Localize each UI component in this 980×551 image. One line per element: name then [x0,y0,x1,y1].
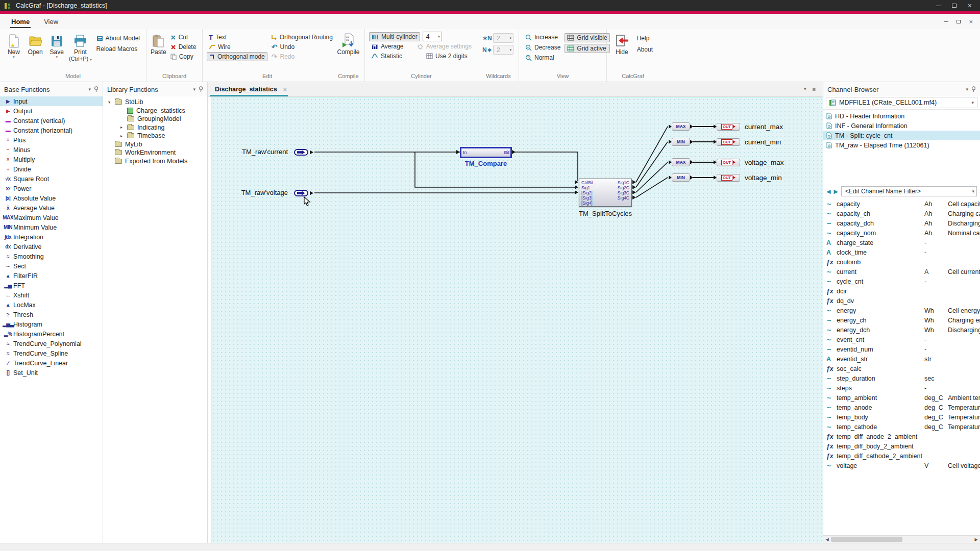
chevron-down-icon[interactable]: ▾ [88,87,91,92]
table-row[interactable]: ∼ temp_body deg_C Temperature [823,412,980,422]
compile-button[interactable]: 1001 Compile [336,32,360,73]
table-row[interactable]: ∼ voltage V Cell voltage [823,461,980,470]
tab-discharge-statistics[interactable]: Discharge_statistics × [211,86,291,93]
tree-item[interactable]: Exported from Models [103,157,207,166]
min-function-block[interactable]: MIN [672,138,690,146]
base-function-item[interactable]: ÷ Divide [0,164,103,174]
table-row[interactable]: ∼ event_cnt - [823,335,980,344]
average-settings-button[interactable]: Average settings [415,42,474,51]
scroll-left-icon[interactable]: ◀ [823,537,831,542]
table-row[interactable]: ∼ capacity_ch Ah Charging ca [823,209,980,218]
orthogonal-mode-toggle[interactable]: Orthogonal mode [207,52,267,61]
base-function-item[interactable]: ∫dx Integration [0,232,103,242]
wildcard-before-select[interactable]: 2 ▾ [493,33,513,43]
input-tag[interactable] [294,189,318,197]
base-function-item[interactable]: ▬ Constant (vertical) [0,116,103,126]
tree-item[interactable]: ▸ Indicating [103,123,207,132]
open-button[interactable]: Open [26,32,45,73]
base-function-item[interactable]: ▬ Constant (horizontal) [0,126,103,135]
tree-item[interactable]: Charge_statistics [103,107,207,115]
tab-menu-icon[interactable]: ≡ [813,86,816,92]
base-function-item[interactable]: ▂% HistogramPercent [0,329,103,339]
statistic-button[interactable]: Statistic [369,52,424,61]
section-row[interactable]: TM_raw - Elapsed Time (112061) [823,140,980,150]
base-function-item[interactable]: x̄ Average Value [0,203,103,213]
base-function-item[interactable]: ∕ TrendCurve_Linear [0,358,103,368]
table-row[interactable]: ƒx temp_diff_anode_2_ambient [823,432,980,441]
input-tag[interactable] [294,148,318,156]
base-function-item[interactable]: ↔ Xshift [0,290,103,300]
zoom-decrease-button[interactable]: Decrease [523,43,562,52]
table-row[interactable]: ƒx coulomb [823,257,980,267]
table-row[interactable]: ƒx dq_dv [823,296,980,306]
print-button[interactable]: Print (Ctrl+P) ▾ [68,32,92,73]
table-row[interactable]: ∼ energy_dch Wh Discharging [823,325,980,335]
table-row[interactable]: ƒx temp_diff_body_2_ambient [823,441,980,451]
base-function-item[interactable]: ≈ TrendCurve_Spline [0,348,103,358]
table-row[interactable]: A charge_state - [823,238,980,247]
save-button[interactable]: Save▾ [47,32,66,73]
base-function-item[interactable]: ▲ LocMax [0,300,103,310]
table-row[interactable]: ƒx dcir [823,286,980,296]
section-row[interactable]: INF - General Information [823,121,980,131]
new-button[interactable]: ★ New▾ [4,32,23,73]
tree-item[interactable]: ▾ StdLib [103,98,207,107]
table-row[interactable]: ∼ energy Wh Cell energy [823,306,980,315]
pin-icon[interactable] [94,86,99,92]
base-function-item[interactable]: MAX Maximum Value [0,213,103,222]
base-function-item[interactable]: − Minus [0,145,103,155]
base-function-item[interactable]: ▲ FilterFIR [0,271,103,281]
tree-item[interactable]: WorkEnvironment [103,148,207,157]
pin-icon[interactable] [199,86,203,92]
table-row[interactable]: ƒx soc_calc [823,364,980,373]
base-function-item[interactable]: ▶ Input [0,96,103,106]
average-button[interactable]: Average [369,42,415,51]
table-row[interactable]: ∼ energy_ch Wh Charging en [823,315,980,325]
table-row[interactable]: ∼ temp_ambient deg_C Ambient tem [823,393,980,403]
output-tag[interactable]: OUT [717,174,740,182]
max-function-block[interactable]: MAX [672,158,690,166]
base-function-item[interactable]: ∼ Sect [0,261,103,271]
chevron-down-icon[interactable]: ▾ [193,87,195,92]
help-button[interactable]: Help [635,34,655,43]
child-close-icon[interactable]: × [969,18,973,25]
scrollbar-thumb[interactable] [831,537,902,542]
zoom-normal-button[interactable]: Normal [523,53,562,62]
tree-item[interactable]: GroupingModel [103,115,207,123]
max-function-block[interactable]: MAX [672,122,690,131]
tab-home[interactable]: Home [4,16,37,28]
base-function-item[interactable]: MIN Minimum Value [0,222,103,232]
child-restore-icon[interactable] [957,20,961,23]
base-function-item[interactable]: |x| Absolute Value [0,193,103,203]
table-row[interactable]: ∼ steps - [823,383,980,393]
chevron-down-icon[interactable]: ▾ [966,87,968,92]
expander-icon[interactable]: ▸ [120,125,127,130]
text-tool-button[interactable]: T Text [207,33,267,42]
base-function-item[interactable]: ≈ Smoothing [0,252,103,261]
base-function-item[interactable]: + Plus [0,135,103,145]
grid-active-toggle[interactable]: Grid active [565,44,609,53]
output-tag[interactable]: OUT [717,159,740,166]
cylinder-count-select[interactable]: 4 ▾ [423,32,442,41]
tab-list-chevron-icon[interactable]: ▾ [804,86,806,92]
use-2-digits-button[interactable]: Use 2 digits [424,52,470,61]
table-row[interactable]: ∼ capacity Ah Cell capacity [823,199,980,209]
cut-button[interactable]: Cut [168,33,199,42]
table-row[interactable]: ∼ step_duration sec [823,373,980,383]
delete-button[interactable]: Delete [168,42,199,52]
base-function-item[interactable]: ▶ Output [0,106,103,116]
table-row[interactable]: ∼ capacity_dch Ah Discharging [823,218,980,228]
child-minimize-icon[interactable] [944,21,948,22]
section-row[interactable]: TM - Split: cycle_cnt [823,131,980,140]
maximize-icon[interactable] [952,4,957,8]
arrow-right-icon[interactable]: ▶ [834,188,838,195]
copy-button[interactable]: Copy [168,52,199,61]
multi-cylinder-toggle[interactable]: Multi-cylinder [369,32,420,41]
minimize-icon[interactable] [936,6,941,6]
tm-compare-block[interactable]: In Bit [460,147,512,158]
table-row[interactable]: ƒx temp_diff_cathode_2_ambient [823,451,980,461]
table-row[interactable]: ∼ current A Cell current [823,267,980,277]
arrow-left-icon[interactable]: ◀ [826,188,830,195]
table-row[interactable]: A eventid_str str [823,354,980,364]
base-function-item[interactable]: dx Derivative [0,242,103,252]
